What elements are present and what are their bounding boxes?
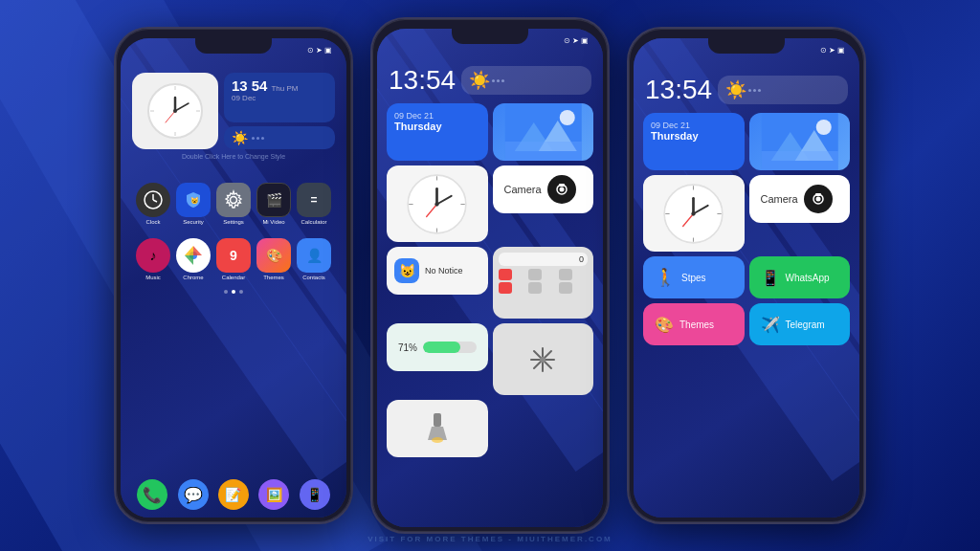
svg-point-8 [173,109,177,113]
phone2-notice-widget: 😺 No Notice [387,247,488,295]
phone2-date-widget: 09 Dec 21 Thursday [387,103,488,161]
phone2-battery-widget: 71% [387,323,488,371]
calc-btn-5[interactable] [528,282,542,294]
phone3-date-day: 09 Dec 21 [651,121,737,130]
dock-gallery[interactable]: 🖼️ [258,479,289,510]
phone-1: ⊙ ➤ ▣ [114,27,353,524]
app-settings[interactable]: Settings [216,183,251,225]
phone3-weekday: Thursday [651,130,737,142]
app-whatsapp[interactable]: 📱 WhatsApp [749,256,851,298]
status-icons-2: ⊙ ➤ ▣ [564,36,589,45]
phone1-weather-icon: ☀️ [232,130,248,145]
notch-3 [708,38,785,54]
camera-icon [547,175,576,204]
app-calendar[interactable]: 9 Calendar [216,238,251,280]
phone2-photo-widget [493,103,594,161]
dot-3 [239,290,243,294]
svg-point-37 [540,357,546,363]
svg-rect-19 [504,142,581,161]
app-calculator[interactable]: = Calculator [297,183,331,225]
phone2-camera-widget[interactable]: Camera [493,165,594,213]
app-themes[interactable]: 🎨 Themes [256,238,291,280]
phone2-flashlight-widget[interactable] [493,323,594,395]
dock-phone[interactable]: 📞 [137,479,167,510]
status-icons-3: ⊙ ➤ ▣ [820,46,845,55]
svg-rect-38 [434,413,441,427]
svg-point-31 [559,187,564,192]
watermark-text: VISIT FOR MORE THEMES - MIUITHEMER.COM [0,535,980,543]
phone3-clock-widget [643,175,745,252]
app-contacts-label: Contacts [302,275,325,280]
svg-text:🐱: 🐱 [190,196,199,205]
phone1-dock: 📞 💬 📝 🖼️ 📱 [121,479,346,510]
app-contacts[interactable]: 👤 Contacts [297,238,331,280]
app-themes-3[interactable]: 🎨 Themes [643,303,745,345]
svg-line-11 [153,200,157,202]
mountain-svg-3 [749,113,851,170]
phone3-date-widget: 09 Dec 21 Thursday [643,113,745,170]
svg-point-54 [692,211,696,215]
phone2-weather: ☀️ [461,66,591,95]
phone1-date: 09 Dec [232,94,327,102]
app-clock[interactable]: Clock [136,183,170,225]
phone3-clock-svg [662,183,724,245]
snowflake-icon [529,346,556,373]
phone3-photo-widget [749,113,851,170]
phone1-ampm: Thu PM [271,84,298,93]
phone-2: ⊙ ➤ ▣ 13:54 ☀️ [370,17,610,534]
phone3-app-row-2: 🎨 Themes ✈️ Telegram [639,303,854,345]
phone2-widget-grid: 09 Dec 21 Thursday [383,103,597,457]
svg-rect-57 [815,193,821,196]
phones-container: ⊙ ➤ ▣ [0,8,980,543]
app-stpes[interactable]: 🚶 Stpes [643,256,745,298]
analog-clock-widget [132,73,218,149]
app-chrome-label: Chrome [183,275,203,280]
dock-notes[interactable]: 📝 [218,479,249,510]
calc-btn-3[interactable] [559,269,572,280]
phone2-battery-pct: 71% [398,342,417,353]
notch-1 [195,38,272,54]
app-stpes-label: Stpes [681,273,706,283]
dot-2 [232,290,235,294]
calc-btn-2[interactable] [528,269,542,280]
app-calendar-label: Calendar [222,275,245,280]
dock-messages[interactable]: 💬 [178,479,209,510]
phone3-camera-widget[interactable]: Camera [749,175,851,223]
svg-rect-32 [559,184,565,187]
svg-rect-44 [761,151,837,170]
app-telegram-label: Telegram [786,320,825,330]
phone2-notice-text: No Notice [425,266,463,276]
app-themes-3-label: Themes [679,320,714,330]
app-chrome[interactable]: Chrome [176,238,211,280]
phone-3: ⊙ ➤ ▣ 13:54 ☀️ [627,27,866,524]
svg-point-56 [815,197,820,202]
app-telegram[interactable]: ✈️ Telegram [749,303,851,345]
app-mivideo-label: Mi Video [262,219,284,225]
phone2-clock-svg [406,173,468,235]
calc-btn-1[interactable] [499,269,512,280]
status-icons-1: ⊙ ➤ ▣ [307,46,332,55]
app-clock-label: Clock [145,219,160,225]
phone2-calc-widget[interactable]: 0 [493,247,594,319]
svg-point-45 [815,120,831,135]
dot-1 [224,290,228,294]
settings-gear-icon [223,189,244,210]
analog-clock-svg [146,82,204,140]
phone2-torch-widget[interactable] [387,400,488,457]
phone2-date-day: 09 Dec 21 [394,111,480,121]
svg-point-40 [432,437,443,443]
mountain-svg [493,103,594,161]
calc-btn-6[interactable] [559,282,572,294]
app-mivideo[interactable]: 🎬 Mi Video [256,183,291,225]
app-security[interactable]: 🐱 Security [176,183,211,225]
dock-appstore[interactable]: 📱 [300,479,330,510]
app-music[interactable]: ♪ Music [136,238,170,280]
app-settings-label: Settings [223,219,244,225]
phone2-clock-widget [387,165,488,242]
torch-icon [426,413,449,444]
phone3-weather: ☀️ [718,76,848,104]
double-click-text: Double Click Here to Change Style [128,153,339,160]
svg-point-20 [559,110,574,125]
calc-btn-4[interactable] [499,282,512,294]
phone3-time: 13:54 [645,75,712,105]
